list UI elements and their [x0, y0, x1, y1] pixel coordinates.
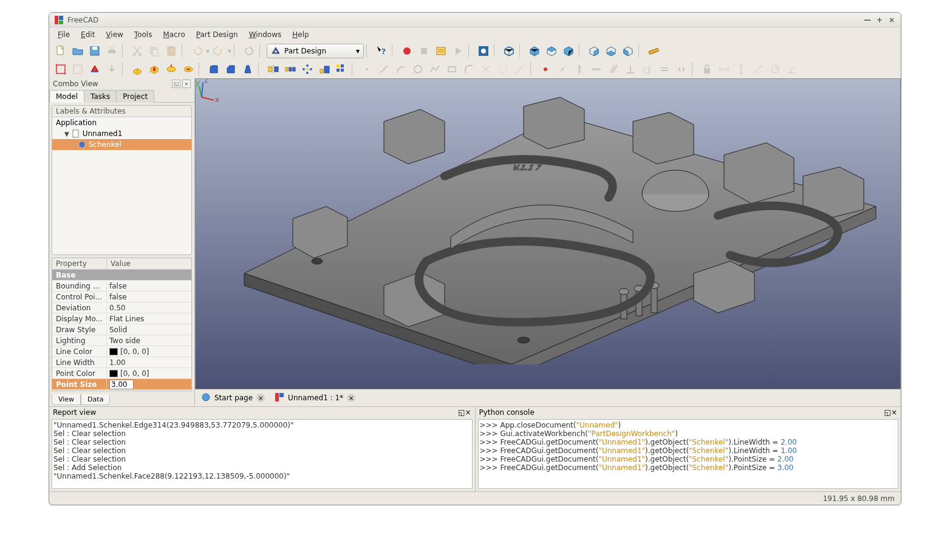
- view-left-button[interactable]: [620, 43, 636, 59]
- cst-equal-button[interactable]: [657, 61, 672, 77]
- combo-tab-model[interactable]: Model: [49, 90, 84, 103]
- polar-pattern-button[interactable]: [299, 61, 315, 77]
- cst-radius-button[interactable]: [767, 61, 783, 77]
- combo-tab-tasks[interactable]: Tasks: [84, 90, 117, 103]
- prop-value-input[interactable]: [109, 380, 134, 389]
- macro-stop-button[interactable]: [416, 43, 432, 59]
- measure-button[interactable]: [646, 43, 661, 59]
- print-button[interactable]: [104, 43, 120, 59]
- report-view-body[interactable]: "Unnamed1.Schenkel.Edge314(23.949883,53.…: [52, 419, 473, 489]
- tree-root[interactable]: Application: [52, 117, 191, 128]
- close-button[interactable]: ×: [887, 16, 896, 24]
- groove-button[interactable]: [180, 61, 196, 77]
- cst-symmetric-button[interactable]: [674, 61, 689, 77]
- paste-button[interactable]: [163, 43, 179, 59]
- python-console-body[interactable]: >>> App.closeDocument("Unnamed")>>> Gui.…: [478, 419, 899, 489]
- menu-help[interactable]: Help: [287, 29, 313, 41]
- open-file-button[interactable]: [70, 43, 86, 59]
- panel-undock-button[interactable]: ◱: [172, 80, 180, 88]
- menu-view[interactable]: View: [101, 29, 128, 41]
- workbench-selector[interactable]: Part Design ▾: [267, 44, 364, 58]
- tree-document[interactable]: ▼ Unnamed1: [52, 128, 191, 139]
- property-grid[interactable]: Property Value BaseBounding ...falseCont…: [52, 258, 192, 391]
- cst-horizontal-button[interactable]: [589, 61, 604, 77]
- fillet-button[interactable]: [206, 61, 222, 77]
- prop-tab-data[interactable]: Data: [81, 394, 110, 405]
- sk-fillet-button[interactable]: [461, 61, 477, 77]
- tab-close-button[interactable]: ×: [256, 394, 265, 402]
- cst-hdist-button[interactable]: [716, 61, 732, 77]
- sk-line-button[interactable]: [376, 61, 392, 77]
- scaled-button[interactable]: [316, 61, 332, 77]
- prop-row[interactable]: Line Width1.00: [52, 357, 191, 368]
- prop-row[interactable]: Point Size: [52, 379, 191, 390]
- view-bottom-button[interactable]: [603, 43, 619, 59]
- sk-construction-button[interactable]: [512, 61, 528, 77]
- view-iso-button[interactable]: [501, 43, 517, 59]
- refresh-button[interactable]: [241, 43, 257, 59]
- view-front-button[interactable]: [527, 43, 542, 59]
- new-sketch-button[interactable]: [53, 61, 69, 77]
- sk-trim-button[interactable]: [478, 61, 494, 77]
- prop-row[interactable]: Display Mo...Flat Lines: [52, 313, 191, 324]
- menu-part-design[interactable]: Part Design: [191, 29, 243, 41]
- sk-rect-button[interactable]: [444, 61, 460, 77]
- menu-macro[interactable]: Macro: [158, 29, 190, 41]
- map-sketch-button[interactable]: [87, 61, 103, 77]
- edit-sketch-button[interactable]: [70, 61, 86, 77]
- cst-angle-button[interactable]: [784, 61, 800, 77]
- new-file-button[interactable]: [53, 43, 69, 59]
- prop-row[interactable]: Point Color [0, 0, 0]: [52, 368, 191, 379]
- cst-pointonobj-button[interactable]: [555, 61, 570, 77]
- revolution-button[interactable]: [163, 61, 179, 77]
- redo-button[interactable]: [211, 43, 227, 59]
- menu-windows[interactable]: Windows: [244, 29, 287, 41]
- prop-row[interactable]: Bounding ...false: [52, 281, 191, 292]
- view-rear-button[interactable]: [586, 43, 602, 59]
- cst-vdist-button[interactable]: [733, 61, 749, 77]
- view-fit-button[interactable]: [476, 43, 491, 59]
- prop-row[interactable]: LightingTwo side: [52, 335, 191, 346]
- menu-edit[interactable]: Edit: [76, 29, 100, 41]
- cst-vertical-button[interactable]: [572, 61, 587, 77]
- pocket-button[interactable]: [146, 61, 162, 77]
- multitransform-button[interactable]: [333, 61, 349, 77]
- menu-tools[interactable]: Tools: [129, 29, 157, 41]
- cst-length-button[interactable]: [750, 61, 766, 77]
- view-top-button[interactable]: [544, 43, 559, 59]
- mirrored-button[interactable]: [265, 61, 281, 77]
- cst-tangent-button[interactable]: [640, 61, 655, 77]
- prop-row[interactable]: Control Poi...false: [52, 292, 191, 302]
- tab-close-button[interactable]: ×: [347, 394, 355, 402]
- expand-icon[interactable]: ▼: [64, 131, 69, 137]
- tree-object-schenkel[interactable]: Schenkel: [52, 139, 191, 150]
- sk-circle-button[interactable]: [410, 61, 426, 77]
- sk-external-button[interactable]: [495, 61, 511, 77]
- prop-row[interactable]: Deviation0.50: [52, 302, 191, 313]
- document-tab[interactable]: Unnamed1 : 1*×: [271, 391, 359, 405]
- 3d-viewport[interactable]: V.1.1 7 x y z: [195, 78, 901, 389]
- undo-button[interactable]: [189, 43, 205, 59]
- leave-sketch-button[interactable]: [104, 61, 120, 77]
- combo-tab-project[interactable]: Project: [116, 90, 154, 103]
- cst-parallel-button[interactable]: [606, 61, 621, 77]
- panel-close-button[interactable]: ×: [891, 408, 897, 417]
- cst-perpendicular-button[interactable]: [623, 61, 638, 77]
- document-tab[interactable]: Start page×: [197, 391, 268, 405]
- save-button[interactable]: [87, 43, 103, 59]
- menu-file[interactable]: File: [53, 29, 75, 41]
- cst-coincident-button[interactable]: [538, 61, 553, 77]
- prop-row[interactable]: Draw StyleSolid: [52, 324, 191, 335]
- macro-record-button[interactable]: [399, 43, 415, 59]
- panel-close-button[interactable]: ×: [182, 80, 191, 88]
- panel-undock-button[interactable]: ◱: [884, 408, 891, 417]
- prop-tab-view[interactable]: View: [52, 394, 81, 405]
- prop-row[interactable]: Line Color [0, 0, 0]: [52, 346, 191, 357]
- maximize-button[interactable]: +: [875, 16, 884, 24]
- whatsthis-button[interactable]: ?: [374, 43, 389, 59]
- cst-lock-button[interactable]: [699, 61, 715, 77]
- sk-polyline-button[interactable]: [427, 61, 443, 77]
- chamfer-button[interactable]: [223, 61, 239, 77]
- linear-pattern-button[interactable]: [282, 61, 298, 77]
- macro-run-button[interactable]: [450, 43, 466, 59]
